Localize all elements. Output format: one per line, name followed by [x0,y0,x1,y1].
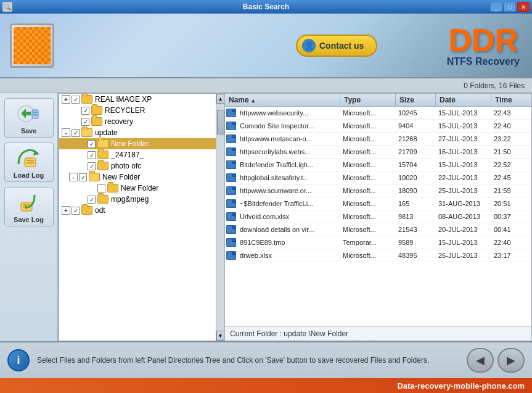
expand-update[interactable]: - [62,128,70,137]
svg-rect-1 [32,110,38,118]
file-type: Microsoft... [340,199,396,209]
file-icon [226,186,236,195]
file-date: 31-AUG-2013 [436,199,491,209]
file-row[interactable]: 891C9E89.tmp Temporar... 9589 15-JUL-201… [225,236,531,249]
col-header-size[interactable]: Size [396,94,436,106]
file-row[interactable]: httpglobal.sitesafety.t... Microsoft... … [225,172,531,184]
col-header-name[interactable]: Name [225,94,340,106]
tree-item-247187[interactable]: _247187_ [59,149,216,160]
load-log-button[interactable]: Load Log [4,143,54,182]
tree-item-recycler[interactable]: RECYCLER [59,105,216,116]
file-row[interactable]: httpwww.scumware.or... Microsoft... 1809… [225,184,531,197]
scroll-track[interactable] [216,104,224,331]
expand-247187 [78,151,86,159]
file-icon-cell [225,250,237,261]
tree-item-mpg-mpeg[interactable]: mpg&mpeg [59,194,216,205]
file-name: httpswww.metascan-o... [237,134,340,144]
file-time: 00:37 [491,212,531,221]
file-row[interactable]: httpsecuritylabs.webs... Microsoft... 21… [225,146,531,159]
maximize-button[interactable]: □ [504,2,516,12]
file-name: Urlvoid.com.xlsx [237,212,340,221]
minimize-button[interactable]: _ [490,2,502,12]
folder-icon-recycler [91,106,102,115]
col-header-time[interactable]: Time [491,94,531,106]
tree-item-odt[interactable]: + odt [59,205,216,216]
tree-item-new-folder-3[interactable]: New Folder [59,183,216,194]
scroll-thumb[interactable] [217,110,224,134]
file-row[interactable]: ~$Bitdefender TrafficLi... Microsoft... … [225,197,531,210]
checkbox-new-folder-h[interactable] [88,140,96,148]
tree-item-photo-ofc[interactable]: photo ofc [59,160,216,172]
file-type: Microsoft... [340,134,396,144]
col-header-date[interactable]: Date [436,94,491,106]
file-type: Microsoft... [340,250,396,260]
expand-new-folder-h [78,139,86,148]
file-icon [226,238,236,247]
file-name: httpwww.scumware.or... [237,186,340,196]
file-icon-cell [225,211,237,222]
save-log-button[interactable]: Save Log [4,187,54,226]
tree-scrollbar[interactable]: ▲ ▼ [216,94,224,341]
checkbox-new-folder-3[interactable] [97,184,105,192]
file-date: 25-JUL-2013 [436,186,491,196]
brand-area: DDR NTFS Recovery [447,24,520,67]
file-row[interactable]: httpswww.metascan-o... Microsoft... 2126… [225,133,531,146]
footer-text: Data-recovery-mobile-phone.com [397,381,525,391]
save-button[interactable]: Save [4,98,54,138]
checkbox-recovery[interactable] [81,118,89,126]
file-name: ~$Bitdefender TrafficLi... [237,199,340,209]
checkbox-mpg-mpeg[interactable] [88,196,96,204]
expand-real-image-xp[interactable]: + [62,95,70,104]
tree-item-recovery[interactable]: recovery [59,116,216,127]
label-new-folder-3: New Folder [121,184,158,192]
file-time: 23:22 [491,134,531,144]
checkbox-real-image-xp[interactable] [72,96,80,104]
bottom-status: i Select Files and Folders from left Pan… [0,341,532,378]
file-icon [226,134,236,143]
file-date: 15-JUL-2013 [436,238,491,247]
nav-forward-button[interactable]: ▶ [497,348,525,373]
contact-button[interactable]: 👤 Contact us [296,35,377,57]
scroll-down-button[interactable]: ▼ [216,331,225,341]
tree-item-real-image-xp[interactable]: + REAL IMAGE XP [59,94,216,105]
expand-odt[interactable]: + [62,206,70,215]
file-row[interactable]: httpwww.websecurity... Microsoft... 1024… [225,107,531,120]
file-row[interactable]: Bitdefender TrafficLigh... Microsoft... … [225,159,531,172]
file-row[interactable]: download details on vir... Microsoft... … [225,223,531,236]
brand-ddr: DDR [447,24,520,56]
expand-new-folder-2[interactable]: - [69,173,78,181]
directory-tree[interactable]: + REAL IMAGE XP RECYCLER [59,93,225,341]
file-date: 27-JUL-2013 [436,134,491,144]
label-odt: odt [95,206,105,215]
file-size: 9589 [396,238,436,247]
checkbox-247187[interactable] [88,151,96,159]
checkbox-photo-ofc[interactable] [88,162,96,170]
nav-back-button[interactable]: ◀ [467,348,494,373]
title-bar-left: 🔍 [2,2,12,12]
file-row[interactable]: Comodo Site Inspector... Microsoft... 94… [225,120,531,133]
label-recovery: recovery [105,117,133,126]
checkbox-recycler[interactable] [81,107,89,115]
file-row[interactable]: Urlvoid.com.xlsx Microsoft... 9813 08-AU… [225,210,531,223]
file-icon-cell [225,107,237,118]
close-button[interactable]: ✕ [517,2,530,12]
file-icon [226,212,236,221]
file-date: 15-JUL-2013 [436,160,491,170]
svg-rect-4 [25,158,36,167]
checkbox-new-folder-2[interactable] [79,173,87,181]
folder-icon-odt [81,206,92,215]
file-row[interactable]: drweb.xlsx Microsoft... 48395 26-JUL-201… [225,249,531,262]
checkbox-update[interactable] [72,129,80,137]
file-rows[interactable]: httpwww.websecurity... Microsoft... 1024… [225,107,531,326]
tree-item-new-folder-highlight[interactable]: New Folder [59,138,216,149]
spacer-recycler [72,106,80,115]
file-date: 20-JUL-2013 [436,225,491,234]
checkbox-odt[interactable] [72,207,80,215]
file-type: Microsoft... [340,173,396,183]
col-header-type[interactable]: Type [340,94,396,106]
expand-recovery [62,117,70,126]
file-size: 9404 [396,121,436,131]
tree-item-update[interactable]: - update [59,127,216,138]
tree-item-new-folder-2[interactable]: - New Folder [59,172,216,183]
scroll-up-button[interactable]: ▲ [216,94,225,104]
